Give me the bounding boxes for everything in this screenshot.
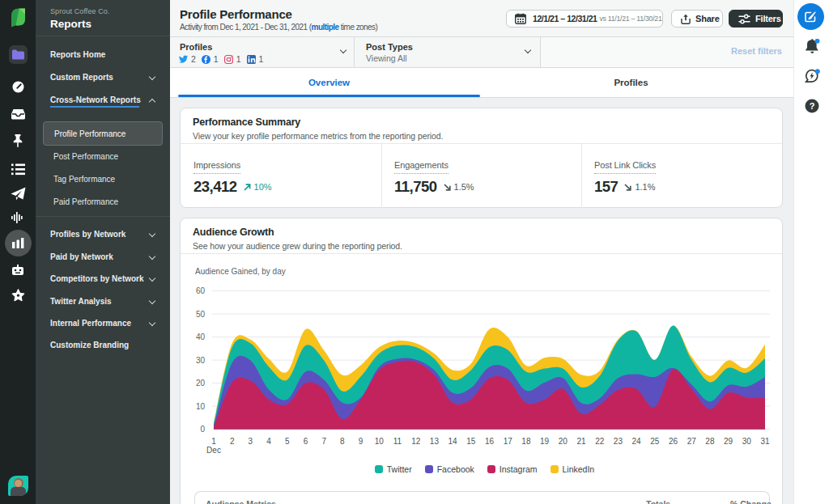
svg-text:28: 28 (705, 437, 715, 446)
svg-text:10: 10 (375, 437, 385, 446)
svg-text:30: 30 (742, 437, 752, 446)
svg-text:15: 15 (466, 437, 476, 446)
svg-text:22: 22 (595, 437, 605, 446)
svg-text:26: 26 (669, 437, 678, 446)
svg-text:19: 19 (540, 437, 550, 446)
svg-text:12: 12 (411, 437, 421, 446)
svg-text:25: 25 (650, 437, 660, 446)
svg-text:10: 10 (196, 402, 206, 411)
svg-text:3: 3 (249, 437, 253, 446)
svg-text:1: 1 (211, 437, 216, 446)
svg-text:20: 20 (196, 379, 206, 388)
svg-text:17: 17 (504, 437, 513, 446)
svg-text:60: 60 (196, 286, 206, 295)
svg-text:4: 4 (266, 437, 271, 446)
svg-text:11: 11 (393, 437, 402, 446)
svg-text:8: 8 (340, 437, 345, 446)
svg-text:7: 7 (321, 437, 326, 446)
svg-text:21: 21 (576, 437, 586, 446)
svg-text:9: 9 (359, 437, 363, 446)
svg-text:5: 5 (285, 437, 290, 446)
svg-text:24: 24 (632, 437, 642, 446)
svg-text:27: 27 (687, 437, 697, 446)
svg-text:0: 0 (200, 425, 205, 434)
svg-text:20: 20 (559, 437, 568, 446)
svg-text:18: 18 (521, 437, 531, 446)
svg-text:6: 6 (304, 437, 308, 446)
svg-text:40: 40 (196, 332, 206, 341)
svg-text:?: ? (810, 101, 815, 111)
svg-text:Dec: Dec (206, 446, 221, 455)
svg-text:50: 50 (196, 310, 206, 319)
svg-text:29: 29 (724, 437, 733, 446)
svg-text:23: 23 (614, 437, 623, 446)
svg-text:13: 13 (430, 437, 440, 446)
svg-text:14: 14 (449, 437, 458, 446)
svg-text:31: 31 (760, 437, 770, 446)
svg-text:2: 2 (230, 437, 235, 446)
svg-text:30: 30 (196, 356, 206, 365)
svg-text:16: 16 (485, 437, 495, 446)
